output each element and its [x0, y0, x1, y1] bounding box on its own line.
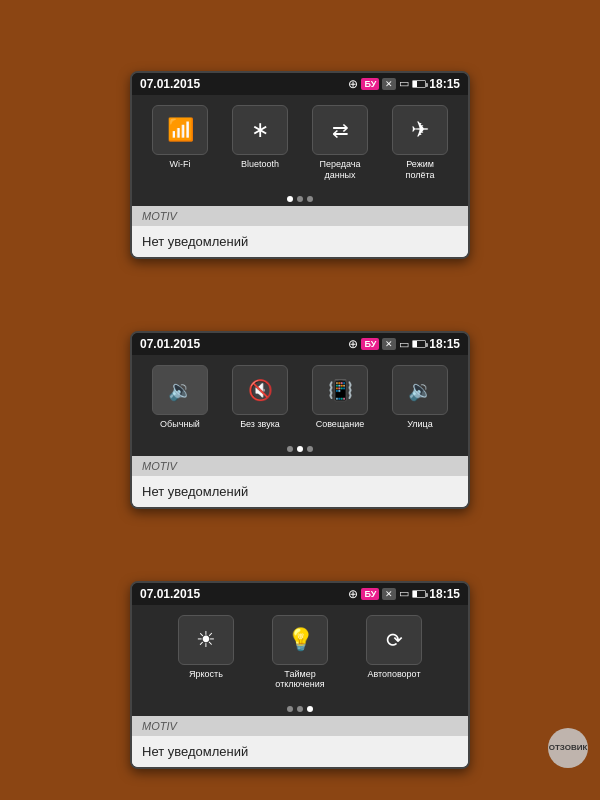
sound-normal-icon: 🔉: [168, 378, 193, 402]
screen3: 07.01.2015 ⊕ БУ ✕ ▭ 18:15 ☀ Яркость: [130, 581, 470, 770]
date-1: 07.01.2015: [140, 77, 200, 91]
time-1: 18:15: [429, 77, 460, 91]
wifi-icon: 📶: [167, 117, 194, 143]
sound-outdoor-item[interactable]: 🔉 Улица: [392, 365, 448, 430]
dots-row-1: [132, 190, 468, 206]
brightness-label: Яркость: [189, 669, 223, 680]
bluetooth-label: Bluetooth: [241, 159, 279, 170]
signal-icon-2: ⊕: [348, 337, 358, 351]
screen2: 07.01.2015 ⊕ БУ ✕ ▭ 18:15 🔉 Обычный: [130, 331, 470, 509]
wifi-icon-box[interactable]: 📶: [152, 105, 208, 155]
sound-normal-label: Обычный: [160, 419, 200, 430]
dot-1-3: [307, 196, 313, 202]
page-root: 07.01.2015 ⊕ БУ ✕ ▭ 18:15 📶 Wi-Fi: [0, 20, 600, 780]
dot-2-3: [307, 446, 313, 452]
status-icons-2: ⊕ БУ ✕ ▭ 18:15: [348, 337, 460, 351]
date-3: 07.01.2015: [140, 587, 200, 601]
battery-2: [412, 340, 426, 348]
dot-2-1: [287, 446, 293, 452]
airplane-icon: ✈: [411, 117, 429, 143]
data-icon-box[interactable]: ⇄: [312, 105, 368, 155]
carrier-2: MOTIV: [132, 456, 468, 476]
dot-2-2: [297, 446, 303, 452]
sound-mute-icon-box[interactable]: 🔇: [232, 365, 288, 415]
sound-meeting-icon-box[interactable]: 📳: [312, 365, 368, 415]
time-2: 18:15: [429, 337, 460, 351]
wifi-label: Wi-Fi: [170, 159, 191, 170]
sound-mute-label: Без звука: [240, 419, 280, 430]
status-bar-2: 07.01.2015 ⊕ БУ ✕ ▭ 18:15: [132, 333, 468, 355]
dots-row-3: [132, 700, 468, 716]
bu-badge-3: БУ: [361, 588, 379, 600]
data-label: Передачаданных: [319, 159, 360, 181]
timer-label: Таймеротключения: [275, 669, 324, 691]
status-bar-1: 07.01.2015 ⊕ БУ ✕ ▭ 18:15: [132, 73, 468, 95]
status-icons-1: ⊕ БУ ✕ ▭ 18:15: [348, 77, 460, 91]
timer-icon-box[interactable]: 💡: [272, 615, 328, 665]
notification-area-3: MOTIV Нет уведомлений: [132, 716, 468, 767]
dots-row-2: [132, 440, 468, 456]
bluetooth-icon: ∗: [251, 117, 269, 143]
quick-settings-2: 🔉 Обычный 🔇 Без звука 📳 Совещание: [132, 355, 468, 440]
watermark: ОТЗОВИК: [548, 728, 588, 768]
sound-outdoor-label: Улица: [407, 419, 433, 430]
status-bar-3: 07.01.2015 ⊕ БУ ✕ ▭ 18:15: [132, 583, 468, 605]
carrier-1: MOTIV: [132, 206, 468, 226]
date-2: 07.01.2015: [140, 337, 200, 351]
dot-1-2: [297, 196, 303, 202]
data-item[interactable]: ⇄ Передачаданных: [312, 105, 368, 181]
airplane-item[interactable]: ✈ Режимполёта: [392, 105, 448, 181]
timer-item[interactable]: 💡 Таймеротключения: [272, 615, 328, 691]
bu-badge-1: БУ: [361, 78, 379, 90]
notification-area-2: MOTIV Нет уведомлений: [132, 456, 468, 507]
notification-area-1: MOTIV Нет уведомлений: [132, 206, 468, 257]
airplane-icon-box[interactable]: ✈: [392, 105, 448, 155]
x-badge-3: ✕: [382, 588, 396, 600]
autorotate-label: Автоповорот: [367, 669, 420, 680]
dot-3-2: [297, 706, 303, 712]
sound-outdoor-icon-box[interactable]: 🔉: [392, 365, 448, 415]
bluetooth-item[interactable]: ∗ Bluetooth: [232, 105, 288, 170]
sound-meeting-item[interactable]: 📳 Совещание: [312, 365, 368, 430]
notification-text-3: Нет уведомлений: [132, 736, 468, 767]
time-3: 18:15: [429, 587, 460, 601]
data-transfer-icon: ⇄: [332, 118, 349, 142]
sound-mute-item[interactable]: 🔇 Без звука: [232, 365, 288, 430]
sound-meeting-icon: 📳: [328, 378, 353, 402]
carrier-3: MOTIV: [132, 716, 468, 736]
dot-1-1: [287, 196, 293, 202]
notification-text-1: Нет уведомлений: [132, 226, 468, 257]
autorotate-icon: ⟳: [386, 628, 403, 652]
x-badge-2: ✕: [382, 338, 396, 350]
screen-icon-3: ▭: [399, 587, 409, 600]
sound-outdoor-icon: 🔉: [408, 378, 433, 402]
brightness-icon-box[interactable]: ☀: [178, 615, 234, 665]
airplane-label: Режимполёта: [406, 159, 435, 181]
screen-icon: ▭: [399, 77, 409, 90]
quick-settings-1: 📶 Wi-Fi ∗ Bluetooth ⇄ Передачаданных: [132, 95, 468, 191]
autorotate-item[interactable]: ⟳ Автоповорот: [366, 615, 422, 680]
battery-1: [412, 80, 426, 88]
x-badge-1: ✕: [382, 78, 396, 90]
sound-normal-icon-box[interactable]: 🔉: [152, 365, 208, 415]
bluetooth-icon-box[interactable]: ∗: [232, 105, 288, 155]
status-icons-3: ⊕ БУ ✕ ▭ 18:15: [348, 587, 460, 601]
brightness-icon: ☀: [196, 627, 216, 653]
bu-badge-2: БУ: [361, 338, 379, 350]
battery-3: [412, 590, 426, 598]
wifi-item[interactable]: 📶 Wi-Fi: [152, 105, 208, 170]
dot-3-3: [307, 706, 313, 712]
notification-text-2: Нет уведомлений: [132, 476, 468, 507]
sound-meeting-label: Совещание: [316, 419, 365, 430]
signal-icon-3: ⊕: [348, 587, 358, 601]
timer-icon: 💡: [287, 627, 314, 653]
watermark-text: ОТЗОВИК: [549, 744, 588, 753]
signal-icon: ⊕: [348, 77, 358, 91]
screen-icon-2: ▭: [399, 338, 409, 351]
autorotate-icon-box[interactable]: ⟳: [366, 615, 422, 665]
sound-mute-icon: 🔇: [248, 378, 273, 402]
sound-normal-item[interactable]: 🔉 Обычный: [152, 365, 208, 430]
quick-settings-3: ☀ Яркость 💡 Таймеротключения ⟳ Автоповор…: [132, 605, 468, 701]
screen1: 07.01.2015 ⊕ БУ ✕ ▭ 18:15 📶 Wi-Fi: [130, 71, 470, 260]
brightness-item[interactable]: ☀ Яркость: [178, 615, 234, 680]
